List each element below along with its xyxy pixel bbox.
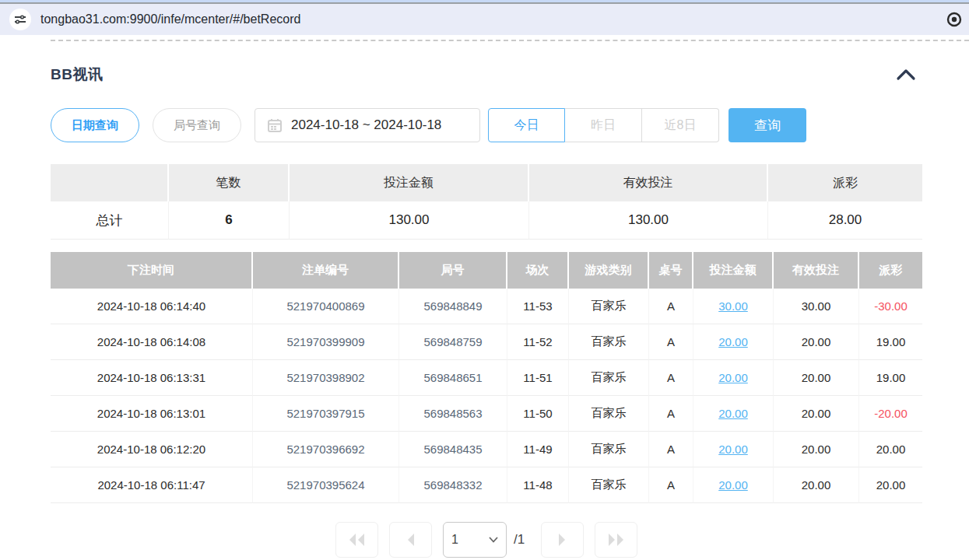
prev-page-button[interactable] [389, 522, 432, 558]
bet-time-cell: 2024-10-18 06:14:40 [51, 289, 253, 324]
game-type-cell: 百家乐 [569, 396, 649, 432]
bet-time-cell: 2024-10-18 06:13:01 [51, 396, 253, 432]
game-type-cell: 百家乐 [569, 467, 649, 503]
bet-time-cell: 2024-10-18 06:12:20 [51, 432, 253, 467]
table-row: 2024-10-18 06:14:08521970399909569848759… [51, 324, 922, 360]
col-table-no: 桌号 [649, 252, 693, 289]
bet-record-page: BB视讯 日期查询 局号查询 2024-10-18 ~ 2024-10-18 [0, 65, 969, 558]
order-no-cell: 521970399909 [253, 324, 399, 360]
summary-total-label: 总计 [51, 201, 169, 240]
session-cell: 11-49 [507, 432, 569, 467]
payout-cell: -30.00 [859, 289, 922, 324]
summary-header-count: 笔数 [169, 164, 290, 201]
payout-cell: 19.00 [859, 324, 922, 360]
summary-bet-amount: 130.00 [290, 201, 529, 240]
summary-header-valid: 有效投注 [529, 164, 768, 201]
dashed-divider [51, 40, 969, 41]
yesterday-button[interactable]: 昨日 [565, 108, 642, 142]
bet-amount-cell: 20.00 [693, 396, 774, 432]
right-icon [556, 532, 569, 548]
table-no-cell: A [649, 432, 693, 467]
payout-cell: -20.00 [859, 396, 922, 432]
order-no-cell: 521970397915 [253, 396, 399, 432]
table-header-row: 下注时间 注单编号 局号 场次 游戏类别 桌号 投注金额 有效投注 派彩 [51, 252, 922, 289]
bet-amount-link[interactable]: 20.00 [718, 443, 748, 456]
bet-time-cell: 2024-10-18 06:14:08 [51, 324, 253, 360]
game-type-cell: 百家乐 [569, 289, 649, 324]
url-text[interactable]: tongbao31.com:9900/infe/mcenter/#/betRec… [40, 12, 946, 26]
next-page-button[interactable] [541, 522, 584, 558]
last8days-button[interactable]: 近8日 [642, 108, 719, 142]
summary-header-empty [51, 164, 169, 201]
calendar-icon [268, 118, 282, 132]
summary-total-row: 总计 6 130.00 130.00 28.00 [51, 201, 922, 240]
round-no-cell: 569848332 [399, 467, 507, 503]
round-query-tab[interactable]: 局号查询 [153, 108, 241, 142]
col-bet-amount: 投注金额 [693, 252, 774, 289]
summary-header-payout: 派彩 [768, 164, 922, 201]
valid-bet-cell: 20.00 [774, 360, 859, 396]
total-pages-label: /1 [514, 532, 525, 548]
bet-amount-cell: 30.00 [693, 289, 774, 324]
table-no-cell: A [649, 289, 693, 324]
table-row: 2024-10-18 06:13:01521970397915569848563… [51, 396, 922, 432]
bet-amount-link[interactable]: 20.00 [718, 478, 748, 492]
order-no-cell: 521970395624 [253, 467, 399, 503]
bet-amount-cell: 20.00 [693, 360, 774, 396]
game-type-cell: 百家乐 [569, 432, 649, 467]
bet-amount-link[interactable]: 20.00 [718, 407, 748, 420]
target-icon[interactable] [946, 11, 963, 28]
game-type-cell: 百家乐 [569, 360, 649, 396]
round-no-cell: 569848651 [399, 360, 507, 396]
round-no-cell: 569848759 [399, 324, 507, 360]
round-no-cell: 569848435 [399, 432, 507, 467]
pagination: 1 /1 [51, 522, 922, 558]
first-page-button[interactable] [335, 522, 378, 558]
double-right-icon [606, 532, 627, 548]
page-select[interactable]: 1 [443, 522, 507, 558]
payout-cell: 20.00 [859, 432, 922, 467]
chevron-up-icon [896, 68, 916, 82]
valid-bet-cell: 20.00 [774, 324, 859, 360]
session-cell: 11-53 [507, 289, 569, 324]
order-no-cell: 521970400869 [253, 289, 399, 324]
summary-payout: 28.00 [768, 201, 922, 240]
table-no-cell: A [649, 396, 693, 432]
col-order-no: 注单编号 [253, 252, 399, 289]
table-no-cell: A [649, 467, 693, 503]
chevron-down-icon [489, 537, 498, 543]
search-button[interactable]: 查询 [729, 108, 806, 142]
last-page-button[interactable] [595, 522, 637, 558]
table-no-cell: A [649, 324, 693, 360]
filter-toolbar: 日期查询 局号查询 2024-10-18 ~ 2024-10-18 今日 昨日 … [51, 108, 922, 142]
round-no-cell: 569848849 [399, 289, 507, 324]
bet-time-cell: 2024-10-18 06:11:47 [51, 467, 253, 503]
session-cell: 11-48 [507, 467, 569, 503]
bet-records-table: 下注时间 注单编号 局号 场次 游戏类别 桌号 投注金额 有效投注 派彩 202… [51, 252, 922, 503]
date-range-picker[interactable]: 2024-10-18 ~ 2024-10-18 [255, 108, 480, 142]
round-no-cell: 569848563 [399, 396, 507, 432]
summary-valid-bet: 130.00 [529, 201, 768, 240]
bet-amount-cell: 20.00 [693, 467, 774, 503]
bet-amount-link[interactable]: 20.00 [718, 371, 748, 384]
today-button[interactable]: 今日 [488, 108, 565, 142]
payout-cell: 20.00 [859, 467, 922, 503]
valid-bet-cell: 20.00 [774, 396, 859, 432]
summary-table: 笔数 投注金额 有效投注 派彩 总计 6 130.00 130.00 28.00 [51, 164, 922, 240]
left-icon [404, 532, 416, 548]
collapse-section-button[interactable] [896, 68, 916, 82]
bet-time-cell: 2024-10-18 06:13:31 [51, 360, 253, 396]
site-settings-icon[interactable] [9, 9, 31, 30]
session-cell: 11-50 [507, 396, 569, 432]
bet-amount-link[interactable]: 20.00 [718, 335, 748, 348]
browser-address-bar[interactable]: tongbao31.com:9900/infe/mcenter/#/betRec… [0, 4, 969, 35]
table-row: 2024-10-18 06:12:20521970396692569848435… [51, 432, 922, 467]
summary-count: 6 [169, 201, 290, 240]
bet-amount-cell: 20.00 [693, 324, 774, 360]
col-bet-time: 下注时间 [51, 252, 253, 289]
order-no-cell: 521970398902 [253, 360, 399, 396]
summary-header-bet: 投注金额 [290, 164, 529, 201]
date-query-tab[interactable]: 日期查询 [51, 108, 139, 142]
bet-amount-link[interactable]: 30.00 [718, 299, 748, 313]
col-round-no: 局号 [399, 252, 507, 289]
